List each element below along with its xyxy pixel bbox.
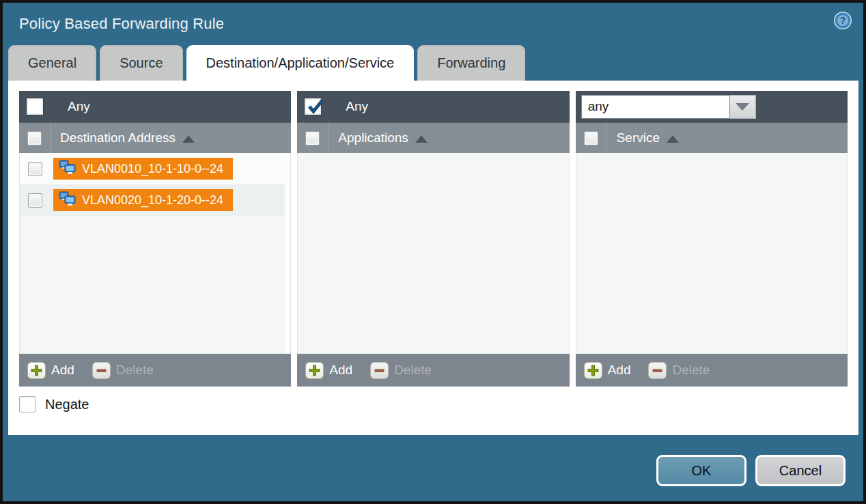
sort-ascending-icon xyxy=(415,135,428,143)
dialog-actions: OK Cancel xyxy=(656,455,846,486)
cancel-button[interactable]: Cancel xyxy=(755,455,846,486)
destination-column-header[interactable]: Destination Address xyxy=(19,122,291,153)
tab-destination-application-service[interactable]: Destination/Application/Service xyxy=(186,45,415,81)
svg-text:?: ? xyxy=(840,15,846,26)
applications-any-label: Any xyxy=(346,99,368,114)
sort-ascending-icon xyxy=(667,135,679,143)
service-mode-value[interactable]: any xyxy=(581,95,730,119)
dialog-title: Policy Based Forwarding Rule xyxy=(19,15,224,33)
network-icon xyxy=(59,160,76,178)
destination-add-button[interactable]: Add xyxy=(27,362,74,379)
destination-address-panel: Any Destination Address xyxy=(19,91,291,387)
destination-row[interactable]: VLAN0010_10-1-10-0--24 xyxy=(20,153,285,184)
destination-row[interactable]: VLAN0020_10-1-20-0--24 xyxy=(20,184,285,216)
help-icon[interactable]: ? xyxy=(833,11,852,30)
destination-any-bar: Any xyxy=(19,91,291,122)
plus-icon xyxy=(305,362,324,379)
minus-icon xyxy=(648,362,667,379)
tab-forwarding-label: Forwarding xyxy=(437,55,505,71)
tab-general-label: General xyxy=(28,55,76,71)
negate-label: Negate xyxy=(45,397,89,412)
add-button-label: Add xyxy=(329,363,352,378)
tab-bar: General Source Destination/Application/S… xyxy=(8,45,525,81)
destination-row-checkbox[interactable] xyxy=(28,162,42,176)
service-panel: any Service xyxy=(576,91,848,387)
applications-column-label: Applications xyxy=(338,130,408,145)
destination-row-checkbox[interactable] xyxy=(28,193,42,208)
policy-based-forwarding-rule-dialog: Policy Based Forwarding Rule ? General S… xyxy=(0,0,866,504)
dialog-titlebar: Policy Based Forwarding Rule ? xyxy=(3,3,863,45)
service-select-all-checkbox[interactable] xyxy=(584,131,598,145)
applications-any-bar: Any xyxy=(297,91,569,122)
destination-list: VLAN0010_10-1-10-0--24 xyxy=(19,153,291,354)
applications-list xyxy=(297,153,569,354)
add-button-label: Add xyxy=(608,363,631,378)
destination-select-all-checkbox[interactable] xyxy=(27,131,42,145)
applications-column-header[interactable]: Applications xyxy=(297,122,569,153)
service-footer: Add Delete xyxy=(576,354,848,387)
destination-column-label: Destination Address xyxy=(60,130,176,145)
negate-row: Negate xyxy=(19,396,858,412)
minus-icon xyxy=(370,362,389,379)
address-object-chip[interactable]: VLAN0010_10-1-10-0--24 xyxy=(53,158,233,180)
service-add-button[interactable]: Add xyxy=(584,362,631,379)
destination-delete-button[interactable]: Delete xyxy=(92,362,154,379)
applications-add-button[interactable]: Add xyxy=(305,362,352,379)
negate-checkbox[interactable] xyxy=(19,396,36,412)
add-button-label: Add xyxy=(51,363,74,378)
service-mode-dropdown[interactable]: any xyxy=(581,95,756,119)
service-delete-button[interactable]: Delete xyxy=(648,362,710,379)
plus-icon xyxy=(584,362,602,379)
delete-button-label: Delete xyxy=(394,363,432,378)
tab-general[interactable]: General xyxy=(8,45,96,81)
address-object-name: VLAN0020_10-1-20-0--24 xyxy=(82,193,223,208)
address-object-chip[interactable]: VLAN0020_10-1-20-0--24 xyxy=(53,189,233,211)
scrollbar-gutter xyxy=(285,153,290,354)
delete-button-label: Delete xyxy=(672,363,710,378)
panels-row: Any Destination Address xyxy=(8,81,858,387)
sort-ascending-icon xyxy=(182,135,195,143)
plus-icon xyxy=(27,362,46,379)
destination-any-label: Any xyxy=(68,99,90,114)
service-dropdown-bar: any xyxy=(576,91,848,122)
destination-any-checkbox[interactable] xyxy=(27,98,43,115)
service-list xyxy=(576,153,848,354)
applications-panel: Any Applications Add xyxy=(297,91,569,387)
tab-source[interactable]: Source xyxy=(100,45,182,81)
service-column-label: Service xyxy=(617,130,660,145)
tab-source-label: Source xyxy=(120,55,163,71)
destination-footer: Add Delete xyxy=(19,354,291,387)
applications-delete-button[interactable]: Delete xyxy=(370,362,432,379)
applications-select-all-checkbox[interactable] xyxy=(305,131,320,145)
dropdown-arrow-button[interactable] xyxy=(730,95,756,119)
tab-destination-application-service-label: Destination/Application/Service xyxy=(206,55,395,71)
chevron-down-icon xyxy=(736,103,749,111)
applications-footer: Add Delete xyxy=(297,354,569,387)
tab-forwarding[interactable]: Forwarding xyxy=(417,45,525,81)
service-column-header[interactable]: Service xyxy=(576,122,848,153)
applications-any-checkbox[interactable] xyxy=(305,98,321,115)
ok-button[interactable]: OK xyxy=(656,455,746,486)
network-icon xyxy=(59,191,76,210)
tab-content: Any Destination Address xyxy=(8,81,858,435)
minus-icon xyxy=(92,362,111,379)
address-object-name: VLAN0010_10-1-10-0--24 xyxy=(82,162,223,176)
delete-button-label: Delete xyxy=(116,363,154,378)
